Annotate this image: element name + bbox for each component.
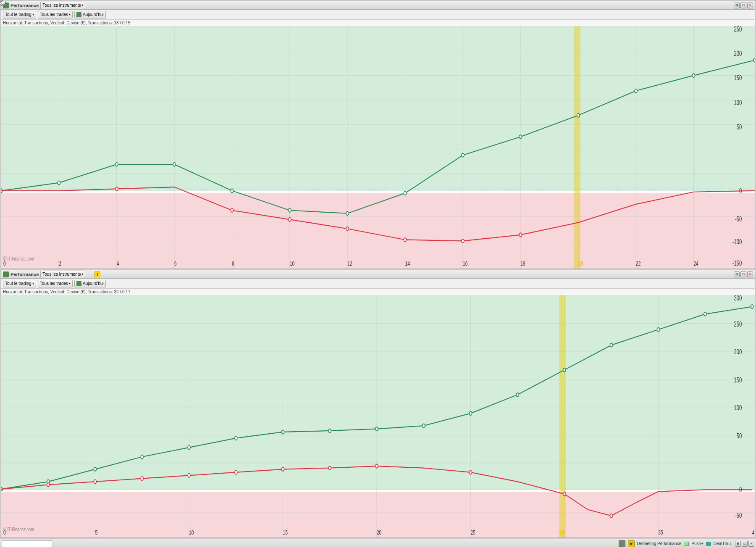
svg-text:2: 2 <box>59 260 61 267</box>
alert-icon-2[interactable]: ! <box>94 271 100 277</box>
window-controls-2: ⊟ □ ✕ <box>734 271 753 277</box>
svg-text:22: 22 <box>636 260 640 267</box>
svg-text:0: 0 <box>739 486 742 494</box>
svg-point-97 <box>281 430 284 434</box>
svg-text:150: 150 <box>734 376 742 384</box>
svg-point-107 <box>751 305 753 308</box>
svg-text:40: 40 <box>752 529 755 536</box>
close-btn-1[interactable]: ✕ <box>747 3 753 8</box>
panel2-title: Performance <box>10 272 39 277</box>
trades-dropdown-1[interactable]: Tous les trades <box>38 11 73 18</box>
svg-point-113 <box>281 467 284 471</box>
svg-point-106 <box>704 312 706 316</box>
svg-point-103 <box>563 368 566 372</box>
svg-text:14: 14 <box>405 260 410 267</box>
svg-point-93 <box>94 467 96 471</box>
restore-btn-2[interactable]: ⊟ <box>734 271 740 277</box>
debrief-label: Débriefing Performance <box>637 541 682 546</box>
trades-dropdown-2[interactable]: Tous les trades <box>38 280 73 287</box>
svg-point-36 <box>519 135 522 139</box>
svg-rect-73 <box>1 295 755 491</box>
svg-point-35 <box>462 153 464 157</box>
svg-point-32 <box>289 208 291 212</box>
toolbar-right: ★ Débriefing Performance Push+ DealThru … <box>619 540 754 547</box>
bottom-toolbar: ★ Débriefing Performance Push+ DealThru … <box>0 539 756 548</box>
svg-point-111 <box>188 474 190 477</box>
svg-text:12: 12 <box>347 260 352 267</box>
perf-icon[interactable] <box>619 540 625 547</box>
svg-text:200: 200 <box>734 50 742 58</box>
close-btn-2[interactable]: ✕ <box>747 271 753 277</box>
bottom-maximize-btn[interactable]: □ <box>742 541 748 547</box>
svg-point-46 <box>462 239 464 243</box>
copy-icon-2[interactable] <box>88 271 94 277</box>
chart-svg-1: 250 200 150 100 50 0 -50 -100 -150 0 2 4… <box>1 26 755 269</box>
svg-text:-100: -100 <box>732 238 742 246</box>
svg-text:10: 10 <box>290 260 294 267</box>
svg-point-118 <box>610 514 613 518</box>
maximize-btn-1[interactable]: □ <box>740 3 746 8</box>
svg-point-112 <box>235 470 237 474</box>
svg-text:20: 20 <box>578 260 583 267</box>
window-controls-1: ⊟ □ ✕ <box>734 3 753 8</box>
svg-rect-90 <box>559 295 566 537</box>
svg-point-41 <box>116 187 118 191</box>
svg-text:© IT-Finance.com: © IT-Finance.com <box>3 527 34 532</box>
bottom-close-btn[interactable]: ✕ <box>748 541 754 547</box>
copy-icon-1[interactable] <box>88 3 94 8</box>
panel2-icon <box>3 271 9 277</box>
instruments-dropdown-1[interactable]: Tous les instruments <box>40 2 85 9</box>
svg-text:250: 250 <box>734 320 742 328</box>
svg-point-105 <box>657 328 659 332</box>
push-color-indicator <box>684 542 689 546</box>
trading-dropdown-2[interactable]: Tout le trading <box>3 280 36 287</box>
date-btn-2[interactable]: Aujourd'hui <box>74 280 106 287</box>
chart-container-2: 300 250 200 150 100 50 0 -50 0 5 10 15 2… <box>1 295 755 537</box>
panel2-info: Horizontal: Transactions, Vertical: Devi… <box>1 289 755 295</box>
svg-point-98 <box>328 429 331 433</box>
chart-area-2: 300 250 200 150 100 50 0 -50 0 5 10 15 2… <box>1 295 755 537</box>
dealthru-color-indicator <box>706 542 711 546</box>
svg-text:100: 100 <box>734 404 742 412</box>
svg-point-37 <box>577 113 580 117</box>
svg-text:20: 20 <box>377 529 381 536</box>
svg-text:6: 6 <box>174 260 177 267</box>
restore-btn-1[interactable]: ⊟ <box>734 3 740 8</box>
search-box[interactable] <box>2 540 52 547</box>
panel1-info: Horizontal: Transactions, Vertical: Devi… <box>1 20 755 26</box>
svg-point-33 <box>346 211 349 215</box>
svg-point-109 <box>94 480 96 484</box>
svg-point-94 <box>141 455 143 459</box>
svg-text:15: 15 <box>283 529 287 536</box>
star-icon[interactable]: ★ <box>628 540 635 547</box>
svg-text:50: 50 <box>737 432 742 440</box>
svg-point-45 <box>404 238 407 242</box>
bottom-restore-btn[interactable]: ⊟ <box>735 541 741 547</box>
svg-text:100: 100 <box>734 99 742 107</box>
svg-point-47 <box>519 233 522 237</box>
svg-point-115 <box>375 464 378 468</box>
trading-dropdown-1[interactable]: Tout le trading <box>3 11 36 18</box>
date-btn-1[interactable]: Aujourd'hui <box>74 11 106 18</box>
svg-text:-50: -50 <box>735 215 742 223</box>
panel2-controls: Tout le trading Tous les trades Aujourd'… <box>1 279 755 289</box>
svg-rect-26 <box>574 26 580 269</box>
main-container: Performance Tous les instruments ⊟ □ ✕ <box>0 0 756 548</box>
svg-text:50: 50 <box>737 123 742 131</box>
instruments-dropdown-2[interactable]: Tous les instruments <box>40 271 85 278</box>
panel1-controls: Tout le trading Tous les trades Aujourd'… <box>1 10 755 20</box>
svg-text:150: 150 <box>734 74 742 82</box>
chart-container-1: 250 200 150 100 50 0 -50 -100 -150 0 2 4… <box>1 26 755 269</box>
panel-2: Performance Tous les instruments ! ⊟ □ ✕ <box>1 270 755 538</box>
svg-point-102 <box>516 393 519 397</box>
chart-svg-2: 300 250 200 150 100 50 0 -50 0 5 10 15 2… <box>1 295 755 537</box>
svg-text:250: 250 <box>734 26 742 33</box>
panel-1: Performance Tous les instruments ⊟ □ ✕ <box>1 1 755 269</box>
maximize-btn-2[interactable]: □ <box>740 271 746 277</box>
svg-point-110 <box>141 477 143 480</box>
svg-point-101 <box>469 411 472 415</box>
svg-point-100 <box>423 424 425 428</box>
panel1-header: Performance Tous les instruments ⊟ □ ✕ <box>1 1 755 10</box>
svg-point-116 <box>469 470 472 474</box>
svg-rect-3 <box>1 192 755 269</box>
